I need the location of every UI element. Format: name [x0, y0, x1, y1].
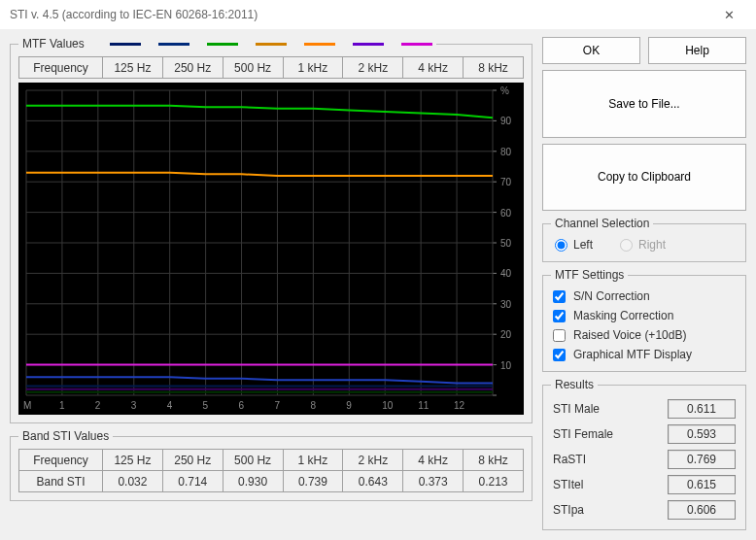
- freq-header-table: Frequency 125 Hz250 Hz500 Hz1 kHz2 kHz4 …: [18, 56, 524, 79]
- band-sti-value-cell: 0.739: [283, 471, 343, 492]
- svg-text:4: 4: [167, 400, 173, 411]
- svg-text:50: 50: [500, 238, 512, 249]
- svg-text:6: 6: [239, 400, 245, 411]
- svg-text:%: %: [500, 85, 509, 96]
- band-freq-label: Frequency: [19, 450, 103, 471]
- freq-band-cell: 4 kHz: [403, 57, 464, 79]
- help-button[interactable]: Help: [648, 37, 746, 64]
- channel-left-radio[interactable]: Left: [555, 238, 593, 252]
- legend-swatch: [158, 43, 189, 46]
- window-title: STI v. 4.5 (according to IEC-EN 60268-16…: [10, 8, 709, 21]
- svg-text:1: 1: [59, 400, 65, 411]
- freq-band-cell: 500 Hz: [223, 57, 283, 79]
- channel-selection-legend: Channel Selection: [551, 217, 653, 230]
- svg-text:10: 10: [500, 360, 512, 371]
- svg-text:20: 20: [500, 329, 512, 340]
- mtf-values-group: MTF Values Frequency 125 Hz250 Hz500 Hz1…: [10, 37, 533, 423]
- band-sti-legend: Band STI Values: [18, 429, 113, 443]
- legend-swatch: [110, 43, 141, 46]
- freq-label-cell: Frequency: [19, 57, 103, 79]
- svg-text:10: 10: [382, 400, 394, 411]
- band-freq-cell: 2 kHz: [343, 450, 403, 471]
- close-icon[interactable]: ✕: [709, 8, 748, 22]
- svg-text:80: 80: [500, 147, 512, 157]
- svg-text:8: 8: [310, 400, 316, 411]
- channel-selection-group: Channel Selection Left Right: [542, 217, 746, 262]
- result-value: 0.606: [668, 500, 736, 520]
- band-sti-row-label: Band STI: [19, 471, 103, 492]
- mtf-setting-checkbox[interactable]: S/N Correction: [553, 289, 736, 303]
- save-button[interactable]: Save to File...: [542, 70, 746, 138]
- result-label: STI Female: [553, 427, 660, 441]
- ok-button[interactable]: OK: [542, 37, 640, 64]
- band-sti-table: Frequency 125 Hz250 Hz500 Hz1 kHz2 kHz4 …: [18, 449, 524, 492]
- results-legend: Results: [551, 378, 598, 391]
- legend-swatch: [401, 43, 432, 46]
- mtf-settings-group: MTF Settings S/N CorrectionMasking Corre…: [542, 268, 746, 372]
- band-freq-cell: 250 Hz: [162, 450, 223, 471]
- band-sti-value-cell: 0.643: [343, 471, 403, 492]
- band-freq-cell: 1 kHz: [283, 450, 343, 471]
- copy-button[interactable]: Copy to Clipboard: [542, 144, 746, 212]
- svg-text:9: 9: [346, 400, 352, 411]
- band-sti-value-cell: 0.032: [103, 471, 163, 492]
- freq-band-cell: 2 kHz: [343, 57, 403, 79]
- freq-band-cell: 8 kHz: [464, 57, 524, 79]
- band-sti-group: Band STI Values Frequency 125 Hz250 Hz50…: [10, 429, 533, 501]
- result-value: 0.769: [668, 450, 736, 469]
- svg-text:M: M: [23, 400, 31, 411]
- svg-text:2: 2: [95, 400, 101, 411]
- legend-swatch: [353, 43, 384, 46]
- svg-text:30: 30: [500, 299, 512, 310]
- mtf-setting-checkbox[interactable]: Masking Correction: [553, 309, 736, 322]
- legend-swatch: [207, 43, 238, 46]
- band-freq-cell: 4 kHz: [403, 450, 464, 471]
- svg-text:7: 7: [274, 400, 280, 411]
- result-value: 0.611: [668, 399, 736, 419]
- legend-swatch: [256, 43, 287, 46]
- legend-swatch: [304, 43, 335, 46]
- results-group: Results STI Male0.611STI Female0.593RaST…: [542, 378, 746, 530]
- mtf-values-legend: MTF Values: [18, 37, 436, 51]
- svg-text:3: 3: [131, 400, 137, 411]
- freq-band-cell: 125 Hz: [103, 57, 163, 79]
- band-sti-value-cell: 0.714: [162, 471, 223, 492]
- band-sti-value-cell: 0.213: [464, 471, 524, 492]
- channel-right-radio: Right: [620, 238, 666, 252]
- svg-text:60: 60: [500, 208, 512, 219]
- mtf-setting-checkbox[interactable]: Raised Voice (+10dB): [553, 328, 736, 342]
- svg-text:90: 90: [500, 116, 512, 126]
- mtf-settings-legend: MTF Settings: [551, 268, 628, 282]
- svg-text:70: 70: [500, 177, 512, 187]
- svg-text:40: 40: [500, 268, 512, 279]
- mtf-setting-checkbox[interactable]: Graphical MTF Display: [553, 348, 736, 361]
- freq-band-cell: 250 Hz: [162, 57, 223, 79]
- freq-band-cell: 1 kHz: [283, 57, 343, 79]
- result-value: 0.593: [668, 424, 736, 444]
- band-freq-cell: 8 kHz: [464, 450, 524, 471]
- band-freq-cell: 125 Hz: [103, 450, 163, 471]
- result-value: 0.615: [668, 475, 736, 494]
- result-label: RaSTI: [553, 453, 660, 466]
- mtf-chart: %908070605040302010M123456789101112: [18, 83, 524, 415]
- result-label: STIpa: [553, 503, 660, 517]
- band-sti-value-cell: 0.930: [223, 471, 283, 492]
- result-label: STItel: [553, 478, 660, 491]
- svg-text:5: 5: [203, 400, 209, 411]
- band-freq-cell: 500 Hz: [223, 450, 283, 471]
- svg-text:11: 11: [418, 400, 430, 411]
- band-sti-value-cell: 0.373: [403, 471, 464, 492]
- svg-text:12: 12: [454, 400, 465, 411]
- result-label: STI Male: [553, 402, 660, 416]
